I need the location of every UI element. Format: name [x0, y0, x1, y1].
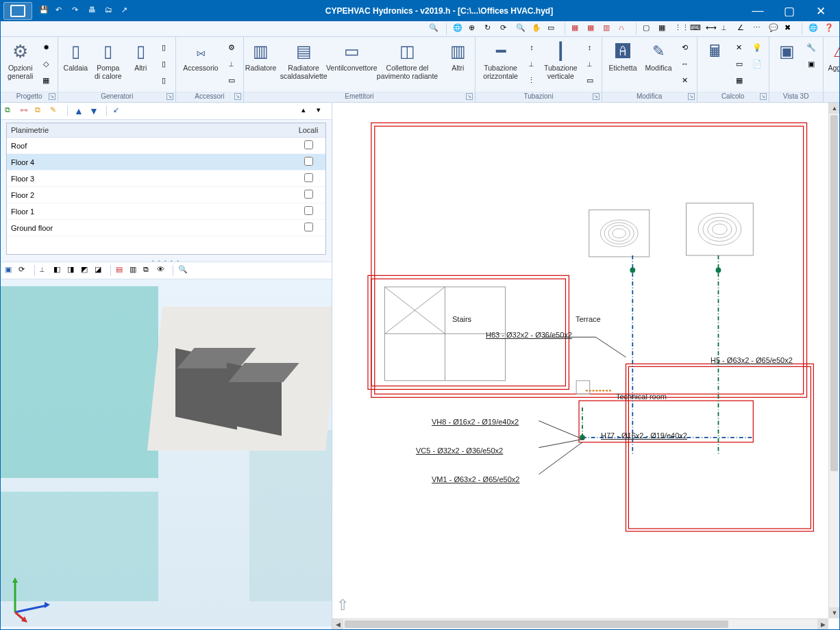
etichetta-button[interactable]: 🅰Etichetta: [605, 38, 641, 74]
floor-row[interactable]: Ground floor: [7, 220, 325, 236]
proj5-icon[interactable]: ◪: [95, 265, 106, 276]
tub-sm4[interactable]: ↕: [582, 40, 597, 55]
more-icon[interactable]: ⋯: [753, 23, 764, 34]
ortho-icon[interactable]: ⟂: [721, 23, 732, 34]
locali-checkbox[interactable]: [304, 190, 313, 199]
copy-icon[interactable]: ⧉: [35, 105, 46, 116]
small-btn-3[interactable]: ▦: [38, 73, 53, 88]
calc-sm2[interactable]: ▭: [732, 56, 747, 71]
floor-row[interactable]: Roof: [7, 138, 325, 154]
floor-row[interactable]: Floor 4: [7, 154, 325, 171]
small-btn-2[interactable]: ◇: [38, 56, 53, 71]
acc-sm3[interactable]: ▭: [224, 73, 239, 88]
gen-sm1[interactable]: ▯: [156, 40, 171, 55]
help-icon[interactable]: ❓: [824, 23, 835, 34]
scroll-down-icon[interactable]: ▼: [829, 607, 840, 618]
launcher-icon[interactable]: ↘: [466, 93, 473, 100]
tubazione-orizzontale-button[interactable]: ━Tubazione orizzontale: [478, 38, 523, 82]
tub-sm3[interactable]: ⋮: [524, 73, 539, 88]
viewer-3d[interactable]: [1, 279, 332, 627]
scroll-left-icon[interactable]: ◀: [332, 619, 343, 630]
locali-checkbox[interactable]: [304, 157, 313, 166]
snap-grid-icon[interactable]: ▦: [658, 23, 669, 34]
scroll-right-icon[interactable]: ▶: [817, 619, 828, 630]
tool2-icon[interactable]: ▦: [587, 23, 598, 34]
export-icon[interactable]: ↗: [121, 5, 132, 16]
collapse-down-icon[interactable]: ▾: [317, 105, 328, 116]
locali-checkbox[interactable]: [304, 206, 313, 215]
v3d-sm3[interactable]: [804, 73, 819, 88]
accessorio-button[interactable]: ⨝Accessorio: [179, 38, 222, 74]
maximize-button[interactable]: ▢: [774, 1, 805, 21]
acc-sm1[interactable]: ⚙: [224, 40, 239, 55]
proj4-icon[interactable]: ◩: [81, 265, 92, 276]
globe2-icon[interactable]: ⊕: [469, 23, 480, 34]
proj2-icon[interactable]: ◧: [53, 265, 64, 276]
up-icon[interactable]: ▲: [74, 105, 85, 116]
floor-row[interactable]: Floor 3: [7, 171, 325, 187]
clip-icon[interactable]: ▤: [116, 265, 127, 276]
gen-sm3[interactable]: ▯: [156, 73, 171, 88]
globe-icon[interactable]: 🌐: [453, 23, 464, 34]
radiatore-button[interactable]: ▥Radiatore: [247, 38, 275, 74]
tubazione-verticale-button[interactable]: ┃Tubazione verticale: [541, 38, 581, 82]
col-locali[interactable]: Locali: [291, 123, 325, 138]
launcher-icon[interactable]: ↘: [688, 93, 695, 100]
tub-sm6[interactable]: ▭: [582, 73, 597, 88]
find-icon[interactable]: 🔍: [429, 23, 440, 34]
locali-checkbox[interactable]: [304, 223, 313, 231]
generatori-altri-button[interactable]: ▯Altri: [126, 38, 155, 74]
launcher-icon[interactable]: ↘: [760, 93, 767, 100]
undo-icon[interactable]: ↶: [55, 5, 66, 16]
modifica-button[interactable]: ✎Modifica: [641, 38, 676, 74]
mod-sm1[interactable]: ⟲: [678, 40, 693, 55]
select-rect-icon[interactable]: ▭: [547, 23, 558, 34]
calc-sm1[interactable]: ✕: [732, 40, 747, 55]
comment-icon[interactable]: 💬: [769, 23, 780, 34]
launcher-icon[interactable]: ↘: [593, 93, 600, 100]
refresh-icon[interactable]: ⟳: [500, 23, 511, 34]
keyboard-icon[interactable]: ⌨: [690, 23, 701, 34]
vista3d-button[interactable]: ▣: [772, 38, 802, 74]
pan-icon[interactable]: ✋: [532, 23, 543, 34]
calcolo-button[interactable]: 🖩: [700, 38, 730, 74]
minimize-button[interactable]: —: [742, 1, 774, 21]
calc-sm4[interactable]: 💡: [750, 40, 765, 55]
calc-sm5[interactable]: 📄: [750, 56, 765, 71]
settings-icon[interactable]: ✖: [785, 23, 795, 34]
launcher-icon[interactable]: ↘: [234, 93, 241, 100]
view3d-icon[interactable]: ▣: [5, 265, 16, 276]
emettitori-altri-button[interactable]: ▥Altri: [443, 38, 472, 74]
locali-checkbox[interactable]: [304, 173, 313, 182]
launcher-icon[interactable]: ↘: [49, 93, 55, 100]
tub-sm5[interactable]: ⟂: [582, 56, 597, 71]
scroll-up-icon[interactable]: ▲: [829, 103, 840, 114]
help-globe-icon[interactable]: 🌐: [808, 23, 819, 34]
collettore-button[interactable]: ◫Collettore del pavimento radiante: [371, 38, 443, 82]
zoom3d-icon[interactable]: 🔍: [178, 265, 189, 276]
new-icon[interactable]: ⧉: [5, 105, 16, 116]
calc-sm3[interactable]: ▦: [732, 73, 747, 88]
tool3-icon[interactable]: ▥: [603, 23, 614, 34]
floor-row[interactable]: Floor 1: [7, 203, 325, 220]
redo-icon[interactable]: ↷: [72, 5, 83, 16]
small-btn-1[interactable]: ✹: [38, 40, 53, 55]
tool1-icon[interactable]: ▦: [571, 23, 582, 34]
pompa-calore-button[interactable]: ▯Pompa di calore: [90, 38, 126, 82]
mod-sm3[interactable]: ✕: [678, 73, 693, 88]
rotate-icon[interactable]: ↻: [484, 23, 495, 34]
gen-sm2[interactable]: ▯: [156, 56, 171, 71]
close-button[interactable]: ✕: [805, 1, 837, 21]
print-icon[interactable]: 🖶: [88, 5, 99, 16]
mod-sm2[interactable]: ↔: [678, 56, 693, 71]
app-menu-icon[interactable]: [3, 2, 32, 20]
eye-icon[interactable]: 👁: [157, 265, 168, 276]
scrollbar-vertical[interactable]: ▲ ▼: [828, 103, 839, 618]
scaldasalviette-button[interactable]: ▤Radiatore scaldasalviette: [275, 38, 332, 82]
caldaia-button[interactable]: ▯Caldaia: [61, 38, 90, 74]
ventilconvettore-button[interactable]: ▭Ventilconvettore: [332, 38, 371, 74]
zoom-icon[interactable]: 🔍: [516, 23, 527, 34]
calc-sm6[interactable]: [750, 73, 765, 88]
snap1-icon[interactable]: ▢: [643, 23, 654, 34]
acc-sm2[interactable]: ⟂: [224, 56, 239, 71]
